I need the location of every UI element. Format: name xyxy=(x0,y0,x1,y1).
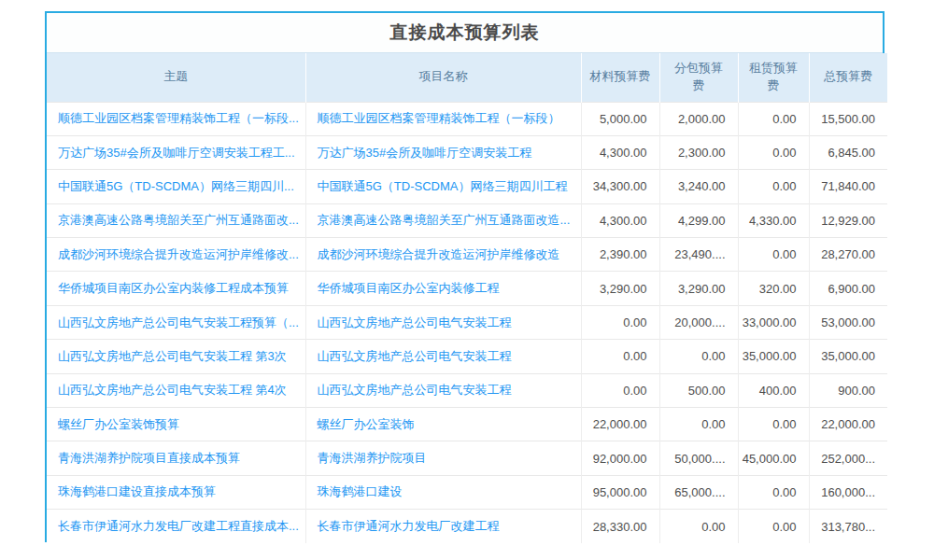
rental-budget-cell: 35,000.00 xyxy=(738,340,809,373)
budget-table: 主题 项目名称 材料预算费 分包预算 费 租赁预算 费 总预算费 顺德工业园区档… xyxy=(47,53,887,543)
table-row: 青海洪湖养护院项目直接成本预算 青海洪湖养护院项目 92,000.00 50,0… xyxy=(47,441,887,475)
subject-link[interactable]: 山西弘文房地产总公司电气安装工程预算（... xyxy=(58,315,299,329)
subcontract-budget-cell: 0.00 xyxy=(659,408,738,441)
total-budget-cell: 28,270.00 xyxy=(809,238,887,272)
project-link[interactable]: 华侨城项目南区办公室内装修工程 xyxy=(318,281,500,295)
project-link[interactable]: 中国联通5G（TD-SCDMA）网络三期四川工程 xyxy=(318,179,568,193)
page-title: 直接成本预算列表 xyxy=(47,13,883,53)
subject-link[interactable]: 山西弘文房地产总公司电气安装工程 第4次 xyxy=(58,383,287,397)
table-row: 中国联通5G（TD-SCDMA）网络三期四川... 中国联通5G（TD-SCDM… xyxy=(47,170,887,203)
material-budget-cell: 3,290.00 xyxy=(581,272,659,305)
material-budget-cell: 5,000.00 xyxy=(581,102,659,135)
material-budget-cell: 4,300.00 xyxy=(581,135,659,169)
subject-link[interactable]: 山西弘文房地产总公司电气安装工程 第3次 xyxy=(58,349,287,363)
total-budget-cell: 22,000.00 xyxy=(809,408,887,441)
table-row: 京港澳高速公路粤境韶关至广州互通路面改... 京港澳高速公路粤境韶关至广州互通路… xyxy=(47,203,887,237)
material-budget-cell: 0.00 xyxy=(581,340,659,373)
subject-link[interactable]: 珠海鹤港口建设直接成本预算 xyxy=(58,484,216,498)
rental-budget-cell: 0.00 xyxy=(738,170,809,203)
table-row: 珠海鹤港口建设直接成本预算 珠海鹤港口建设 95,000.00 65,000..… xyxy=(47,475,887,509)
project-link[interactable]: 珠海鹤港口建设 xyxy=(318,484,403,498)
subject-cell: 长春市伊通河水力发电厂改建工程直接成本... xyxy=(47,510,305,543)
subcontract-budget-cell: 20,000.... xyxy=(659,305,738,339)
subject-link[interactable]: 成都沙河环境综合提升改造运河护岸维修改... xyxy=(58,247,299,261)
total-budget-cell: 313,780... xyxy=(809,510,887,543)
project-link[interactable]: 山西弘文房地产总公司电气安装工程 xyxy=(318,349,512,363)
rental-budget-cell: 0.00 xyxy=(738,475,809,509)
total-budget-cell: 252,000... xyxy=(809,441,887,475)
subject-link[interactable]: 万达广场35#会所及咖啡厅空调安装工程工... xyxy=(58,146,295,160)
subcontract-budget-cell: 500.00 xyxy=(659,373,738,407)
subject-link[interactable]: 青海洪湖养护院项目直接成本预算 xyxy=(58,451,240,465)
project-cell: 山西弘文房地产总公司电气安装工程 xyxy=(305,305,581,339)
table-body: 顺德工业园区档案管理精装饰工程（一标段... 顺德工业园区档案管理精装饰工程（一… xyxy=(47,102,887,543)
project-cell: 螺丝厂办公室装饰 xyxy=(305,408,581,441)
material-budget-cell: 92,000.00 xyxy=(581,441,659,475)
col-header-rental-budget: 租赁预算 费 xyxy=(738,53,809,102)
total-budget-cell: 35,000.00 xyxy=(809,340,887,373)
subcontract-budget-cell: 50,000.... xyxy=(659,441,738,475)
subject-cell: 顺德工业园区档案管理精装饰工程（一标段... xyxy=(47,102,305,135)
project-link[interactable]: 万达广场35#会所及咖啡厅空调安装工程 xyxy=(318,146,532,160)
project-link[interactable]: 长春市伊通河水力发电厂改建工程 xyxy=(318,519,500,533)
subcontract-budget-cell: 23,490.... xyxy=(659,238,738,272)
col-header-subject: 主题 xyxy=(47,53,305,102)
subject-cell: 华侨城项目南区办公室内装修工程成本预算 xyxy=(47,272,305,305)
subject-link[interactable]: 京港澳高速公路粤境韶关至广州互通路面改... xyxy=(58,213,299,227)
table-row: 顺德工业园区档案管理精装饰工程（一标段... 顺德工业园区档案管理精装饰工程（一… xyxy=(47,102,887,135)
material-budget-cell: 22,000.00 xyxy=(581,408,659,441)
subcontract-budget-cell: 2,000.00 xyxy=(659,102,738,135)
project-link[interactable]: 山西弘文房地产总公司电气安装工程 xyxy=(318,383,512,397)
subject-link[interactable]: 长春市伊通河水力发电厂改建工程直接成本... xyxy=(58,519,299,533)
subcontract-budget-cell: 4,299.00 xyxy=(659,203,738,237)
project-cell: 万达广场35#会所及咖啡厅空调安装工程 xyxy=(305,135,581,169)
subcontract-budget-cell: 3,240.00 xyxy=(659,170,738,203)
total-budget-cell: 15,500.00 xyxy=(809,102,887,135)
project-link[interactable]: 京港澳高速公路粤境韶关至广州互通路面改造... xyxy=(318,213,571,227)
table-row: 长春市伊通河水力发电厂改建工程直接成本... 长春市伊通河水力发电厂改建工程 2… xyxy=(47,510,887,543)
subject-link[interactable]: 螺丝厂办公室装饰预算 xyxy=(58,417,179,431)
col-header-total-budget: 总预算费 xyxy=(809,53,887,102)
subcontract-budget-cell: 65,000.... xyxy=(659,475,738,509)
project-link[interactable]: 顺德工业园区档案管理精装饰工程（一标段） xyxy=(318,111,560,125)
material-budget-cell: 28,330.00 xyxy=(581,510,659,543)
project-link[interactable]: 山西弘文房地产总公司电气安装工程 xyxy=(318,315,512,329)
rental-budget-cell: 400.00 xyxy=(738,373,809,407)
subject-link[interactable]: 中国联通5G（TD-SCDMA）网络三期四川... xyxy=(58,179,294,193)
subcontract-budget-cell: 0.00 xyxy=(659,340,738,373)
col-header-material-budget: 材料预算费 xyxy=(581,53,659,102)
material-budget-cell: 34,300.00 xyxy=(581,170,659,203)
table-header: 主题 项目名称 材料预算费 分包预算 费 租赁预算 费 总预算费 xyxy=(47,53,887,102)
project-cell: 京港澳高速公路粤境韶关至广州互通路面改造... xyxy=(305,203,581,237)
rental-budget-cell: 0.00 xyxy=(738,408,809,441)
subcontract-budget-cell: 2,300.00 xyxy=(659,135,738,169)
project-cell: 珠海鹤港口建设 xyxy=(305,475,581,509)
subcontract-budget-cell: 3,290.00 xyxy=(659,272,738,305)
total-budget-cell: 71,840.00 xyxy=(809,170,887,203)
col-header-project: 项目名称 xyxy=(305,53,581,102)
project-link[interactable]: 青海洪湖养护院项目 xyxy=(318,451,427,465)
rental-budget-cell: 33,000.00 xyxy=(738,305,809,339)
table-row: 山西弘文房地产总公司电气安装工程 第4次 山西弘文房地产总公司电气安装工程 0.… xyxy=(47,373,887,407)
project-cell: 青海洪湖养护院项目 xyxy=(305,441,581,475)
rental-budget-cell: 45,000.00 xyxy=(738,441,809,475)
project-cell: 中国联通5G（TD-SCDMA）网络三期四川工程 xyxy=(305,170,581,203)
project-cell: 山西弘文房地产总公司电气安装工程 xyxy=(305,340,581,373)
project-cell: 成都沙河环境综合提升改造运河护岸维修改造 xyxy=(305,238,581,272)
subject-link[interactable]: 华侨城项目南区办公室内装修工程成本预算 xyxy=(58,281,289,295)
project-cell: 山西弘文房地产总公司电气安装工程 xyxy=(305,373,581,407)
material-budget-cell: 95,000.00 xyxy=(581,475,659,509)
total-budget-cell: 6,900.00 xyxy=(809,272,887,305)
subject-cell: 京港澳高速公路粤境韶关至广州互通路面改... xyxy=(47,203,305,237)
project-link[interactable]: 成都沙河环境综合提升改造运河护岸维修改造 xyxy=(318,247,560,261)
table-row: 山西弘文房地产总公司电气安装工程预算（... 山西弘文房地产总公司电气安装工程 … xyxy=(47,305,887,339)
subject-link[interactable]: 顺德工业园区档案管理精装饰工程（一标段... xyxy=(58,111,299,125)
project-link[interactable]: 螺丝厂办公室装饰 xyxy=(318,417,415,431)
table-row: 成都沙河环境综合提升改造运河护岸维修改... 成都沙河环境综合提升改造运河护岸维… xyxy=(47,238,887,272)
rental-budget-cell: 0.00 xyxy=(738,135,809,169)
table-row: 万达广场35#会所及咖啡厅空调安装工程工... 万达广场35#会所及咖啡厅空调安… xyxy=(47,135,887,169)
subject-cell: 螺丝厂办公室装饰预算 xyxy=(47,408,305,441)
rental-budget-cell: 320.00 xyxy=(738,272,809,305)
material-budget-cell: 4,300.00 xyxy=(581,203,659,237)
total-budget-cell: 900.00 xyxy=(809,373,887,407)
